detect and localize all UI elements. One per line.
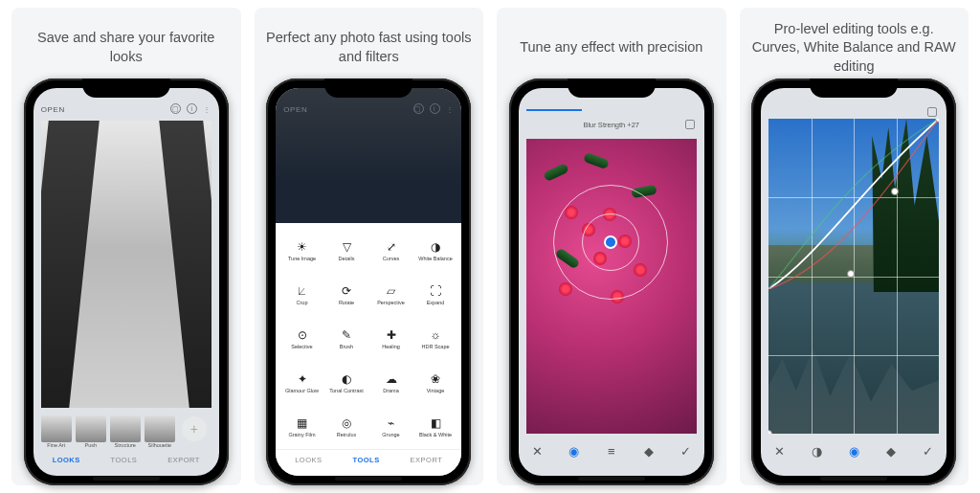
panel-caption: Tune any effect with precision [514,15,708,77]
tab-export[interactable]: EXPORT [411,456,443,464]
tool-label: Rotate [339,300,354,305]
tool-selective[interactable]: ⊙Selective [279,317,324,361]
look-thumb[interactable]: Structure [110,415,141,448]
tool-icon: ⛶ [429,284,442,298]
tab-looks[interactable]: LOOKS [53,456,80,464]
tool-icon: ✎ [340,328,353,342]
tool-label: Tonal Contrast [329,388,363,393]
curves-line[interactable] [768,119,939,289]
tool-label: Drama [383,388,399,393]
tool-label: Selective [291,344,312,349]
info-icon[interactable]: i [187,103,197,114]
tool-label: Perspective [377,300,405,305]
overflow-icon[interactable]: ⋮ [203,105,212,114]
tool-glamour-glow[interactable]: ✦Glamour Glow [279,361,324,405]
open-button[interactable]: OPEN [41,105,65,114]
tool-drama[interactable]: ☁Drama [368,361,413,405]
cancel-button[interactable]: ✕ [529,443,545,459]
tool-brush[interactable]: ✎Brush [324,317,369,361]
channel-luminance-icon[interactable]: ◑ [809,443,824,459]
bottom-tabs: LOOKS TOOLS EXPORT [276,449,461,476]
tool-icon: ▱ [385,284,398,298]
promo-panel-1: Save and share your favorite looks OPEN … [11,8,241,485]
edit-toolbar: ✕ ◑ ◉ ◆ ✓ [761,437,947,476]
phone-screen: OPEN ▢ i ⋮ ☀Tune Image▽Details⤢Curves◑Wh… [276,88,461,476]
tool-icon: ☼ [429,328,442,342]
slider-track[interactable] [526,109,582,111]
tool-black-white[interactable]: ◧Black & White [413,405,458,449]
tool-healing[interactable]: ✚Healing [368,317,413,361]
bottom-tabs: LOOKS TOOLS EXPORT [33,448,219,476]
tool-expand[interactable]: ⛶Expand [413,273,458,317]
tool-sheet: ☀Tune Image▽Details⤢Curves◑White Balance… [276,223,461,476]
phone-frame: OPEN ▢ i ⋮ ☀Tune Image▽Details⤢Curves◑Wh… [266,78,471,485]
compare-icon[interactable] [685,120,695,129]
canvas-image[interactable] [768,119,939,434]
cancel-button[interactable]: ✕ [772,443,788,459]
shape-icon[interactable]: ◆ [641,443,657,459]
tool-grid: ☀Tune Image▽Details⤢Curves◑White Balance… [276,223,461,449]
tab-looks[interactable]: LOOKS [295,456,322,464]
tool-label: Curves [383,256,399,261]
tool-icon: ▽ [340,240,353,254]
promo-panel-4: Pro-level editing tools e.g. Curves, Whi… [740,8,969,485]
tool-tune-image[interactable]: ☀Tune Image [279,229,324,273]
tool-vintage[interactable]: ❀Vintage [413,361,458,405]
tool-icon: ✦ [296,372,309,386]
tool-icon: ☀ [296,240,309,254]
tool-white-balance[interactable]: ◑White Balance [413,229,458,273]
tool-icon: ⟀ [296,284,309,298]
add-look-button[interactable]: + [179,415,210,441]
curve-point[interactable] [847,270,855,278]
tool-curves[interactable]: ⤢Curves [368,229,413,273]
tool-grunge[interactable]: ⌁Grunge [368,405,413,449]
canvas-image[interactable] [41,121,212,408]
tool-grainy-film[interactable]: ▦Grainy Film [279,405,324,449]
tool-label: HDR Scape [421,344,449,349]
tool-label: Tune Image [288,256,316,261]
info-icon[interactable]: i [430,103,440,114]
looks-strip: Fine Art Push Structure Silhouette + [33,412,219,448]
presets-icon[interactable]: ◆ [883,443,899,459]
tab-export[interactable]: EXPORT [167,456,200,464]
promo-panel-2: Perfect any photo fast using tools and f… [255,8,484,485]
sliders-icon[interactable]: ≡ [604,443,619,459]
tool-label: Black & White [419,432,452,437]
phone-frame: OPEN ▢ i ⋮ Fine Art Push Structure Silho… [24,78,229,485]
tool-label: Grunge [382,432,399,437]
layers-icon[interactable]: ▢ [170,103,181,114]
tool-crop[interactable]: ⟀Crop [279,273,324,317]
tool-icon: ❀ [429,372,442,386]
channel-selected-icon[interactable]: ◉ [846,443,861,459]
tool-label: Vintage [427,388,445,393]
tab-tools[interactable]: TOOLS [111,456,138,464]
tool-rotate[interactable]: ⟳Rotate [324,273,369,317]
layers-icon[interactable]: ▢ [413,103,424,114]
canvas-image[interactable] [526,139,697,434]
apply-button[interactable]: ✓ [921,443,936,459]
dimmed-canvas: OPEN ▢ i ⋮ [276,88,461,223]
tool-icon: ◑ [429,240,442,254]
tool-icon: ◎ [340,416,353,430]
phone-screen: OPEN ▢ i ⋮ Fine Art Push Structure Silho… [33,88,219,476]
look-thumb[interactable]: Fine Art [41,415,72,448]
open-button[interactable]: OPEN [283,105,307,114]
overflow-icon[interactable]: ⋮ [446,105,455,114]
tool-tonal-contrast[interactable]: ◐Tonal Contrast [324,361,369,405]
tool-retrolux[interactable]: ◎Retrolux [324,405,369,449]
promo-panel-3: Tune any effect with precision Blur Stre… [497,8,726,485]
tool-perspective[interactable]: ▱Perspective [368,273,413,317]
look-thumb[interactable]: Push [76,415,106,448]
focus-handle[interactable] [606,237,615,247]
phone-frame: Blur Strength +27 ✕ [509,78,714,485]
adjust-icon[interactable]: ◉ [567,443,582,459]
tab-tools[interactable]: TOOLS [352,456,379,464]
compare-icon[interactable] [927,107,937,117]
panel-caption: Perfect any photo fast using tools and f… [260,15,479,77]
tool-icon: ⊙ [296,328,309,342]
look-thumb[interactable]: Silhouette [145,415,175,448]
tool-hdr-scape[interactable]: ☼HDR Scape [413,317,458,361]
tool-details[interactable]: ▽Details [324,229,369,273]
apply-button[interactable]: ✓ [678,443,693,459]
tool-icon: ✚ [385,328,398,342]
